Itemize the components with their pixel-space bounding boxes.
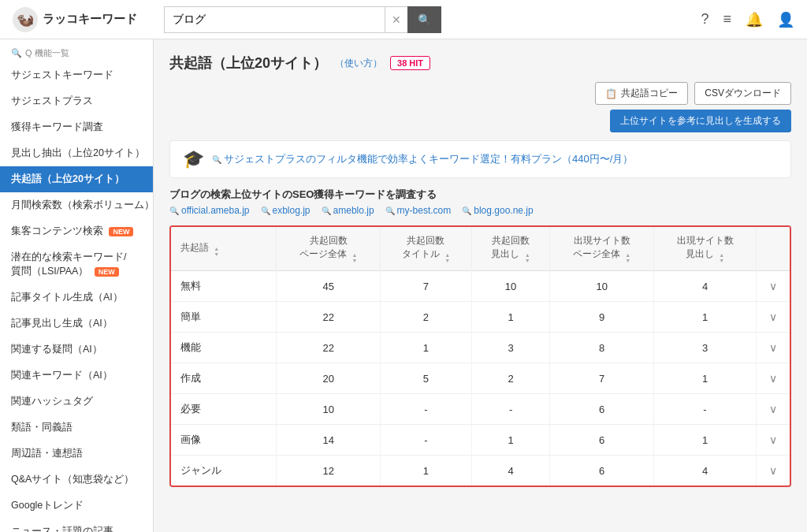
- table-row: 機能 22 1 3 8 3 ∨: [171, 333, 790, 363]
- badge-new-content: NEW: [109, 227, 133, 236]
- cell-page-count-2: 22: [277, 333, 381, 363]
- site-link-ameblo[interactable]: ameblo.jp: [322, 205, 374, 216]
- cell-title-count-2: 1: [381, 333, 472, 363]
- search-button[interactable]: 🔍: [407, 6, 441, 33]
- col-header-heading-count[interactable]: 共起回数見出し ▲▼: [471, 227, 550, 271]
- sidebar: 🔍 Q 機能一覧 サジェストキーワード サジェストプラス 獲得キーワード調査 見…: [0, 39, 154, 532]
- menu-icon[interactable]: ≡: [723, 11, 731, 28]
- usage-link[interactable]: （使い方）: [335, 57, 382, 70]
- col-header-title-count[interactable]: 共起回数タイトル ▲▼: [381, 227, 472, 271]
- section-desc: ブログの検索上位サイトのSEO獲得キーワードを調査する: [169, 188, 791, 202]
- user-icon[interactable]: 👤: [777, 11, 794, 28]
- sidebar-item-synonyms[interactable]: 類語・同義語: [0, 415, 153, 441]
- toolbar: 📋 共起語コピー CSVダウンロード: [169, 82, 791, 105]
- cell-expand-0[interactable]: ∨: [757, 271, 790, 302]
- content-area: 共起語（上位20サイト） （使い方） 38 HIT 📋 共起語コピー CSVダウ…: [154, 39, 807, 532]
- promo-banner: 🎓 サジェストプラスのフィルタ機能で効率よくキーワード選定！有料プラン（440円…: [169, 140, 791, 178]
- cell-title-count-1: 2: [381, 302, 472, 333]
- cell-site-page-2: 8: [550, 333, 654, 363]
- cooccurrence-table: 共起語 ▲▼ 共起回数ページ全体 ▲▼ 共起回数タイトル ▲▼ 共起回数見出: [171, 227, 790, 485]
- cell-expand-3[interactable]: ∨: [757, 363, 790, 394]
- cell-title-count-3: 5: [381, 363, 472, 394]
- col-header-page-count[interactable]: 共起回数ページ全体 ▲▼: [277, 227, 381, 271]
- logo-icon: 🦦: [13, 7, 38, 32]
- topbar: 🦦 ラッコキーワード ✕ 🔍 ? ≡ 🔔 👤: [0, 0, 807, 39]
- site-link-my-best[interactable]: my-best.com: [385, 205, 452, 216]
- sort-icon-site-heading: ▲▼: [719, 252, 724, 263]
- cell-expand-6[interactable]: ∨: [757, 456, 790, 486]
- cell-page-count-6: 12: [277, 456, 381, 486]
- cell-site-page-4: 6: [550, 394, 654, 425]
- table-row: ジャンル 12 1 4 6 4 ∨: [171, 456, 790, 486]
- hit-badge: 38 HIT: [390, 56, 430, 70]
- expand-button-3[interactable]: ∨: [766, 372, 780, 385]
- table-row: 画像 14 - 1 6 1 ∨: [171, 425, 790, 456]
- sidebar-item-related-questions-ai[interactable]: 関連する疑問（AI）: [0, 337, 153, 363]
- cell-page-count-3: 20: [277, 363, 381, 394]
- expand-button-2[interactable]: ∨: [766, 341, 780, 354]
- col-header-site-heading[interactable]: 出現サイト数見出し ▲▼: [654, 227, 757, 271]
- sidebar-item-article-title-ai[interactable]: 記事タイトル生成（AI）: [0, 285, 153, 311]
- search-input[interactable]: [164, 6, 385, 33]
- cell-expand-4[interactable]: ∨: [757, 394, 790, 425]
- col-header-keyword[interactable]: 共起語 ▲▼: [171, 227, 277, 271]
- help-icon[interactable]: ?: [701, 11, 708, 28]
- table-row: 簡単 22 2 1 9 1 ∨: [171, 302, 790, 333]
- sidebar-item-qa-sites[interactable]: Q&Aサイト（知恵袋など）: [0, 467, 153, 493]
- cell-site-heading-4: -: [654, 394, 757, 425]
- search-bar: ✕ 🔍: [164, 6, 479, 33]
- site-link-exblog[interactable]: exblog.jp: [261, 205, 311, 216]
- sidebar-item-cooccurrence[interactable]: 共起語（上位20サイト）: [0, 166, 153, 192]
- logo-text: ラッコキーワード: [43, 12, 137, 27]
- csv-download-button[interactable]: CSVダウンロード: [694, 82, 791, 105]
- cell-keyword-4: 必要: [171, 394, 277, 425]
- sort-icon-title-count: ▲▼: [444, 252, 450, 263]
- expand-button-6[interactable]: ∨: [766, 464, 780, 477]
- expand-button-0[interactable]: ∨: [766, 280, 780, 292]
- sidebar-item-related-keywords-ai[interactable]: 関連キーワード（AI）: [0, 363, 153, 389]
- cell-title-count-0: 7: [381, 271, 472, 302]
- table-row: 作成 20 5 2 7 1 ∨: [171, 363, 790, 394]
- cell-title-count-5: -: [381, 425, 472, 456]
- badge-new-lsi: NEW: [95, 267, 119, 277]
- sidebar-item-acquire-keyword[interactable]: 獲得キーワード調査: [0, 114, 153, 140]
- sidebar-item-news[interactable]: ニュース・話題の記事: [0, 519, 153, 532]
- promo-link[interactable]: サジェストプラスのフィルタ機能で効率よくキーワード選定！有料プラン（440円〜/…: [212, 152, 633, 166]
- cell-site-page-0: 10: [550, 271, 654, 302]
- cell-heading-count-6: 4: [471, 456, 550, 486]
- promo-icon: 🎓: [183, 149, 204, 169]
- expand-button-5[interactable]: ∨: [766, 433, 780, 446]
- sidebar-item-related-hashtags[interactable]: 関連ハッシュタグ: [0, 389, 153, 415]
- sort-icon-heading-count: ▲▼: [525, 252, 530, 263]
- cooccurrence-table-wrapper: 共起語 ▲▼ 共起回数ページ全体 ▲▼ 共起回数タイトル ▲▼ 共起回数見出: [169, 225, 791, 487]
- table-header-row: 共起語 ▲▼ 共起回数ページ全体 ▲▼ 共起回数タイトル ▲▼ 共起回数見出: [171, 227, 790, 271]
- sidebar-item-lsi-paa[interactable]: 潜在的な検索キーワード/質問（LSI/PAA） NEW: [0, 244, 153, 285]
- col-header-site-page[interactable]: 出現サイト数ページ全体 ▲▼: [550, 227, 654, 271]
- copy-icon: 📋: [605, 88, 617, 99]
- cell-page-count-4: 10: [277, 394, 381, 425]
- cell-expand-2[interactable]: ∨: [757, 333, 790, 363]
- generate-headings-button[interactable]: 上位サイトを参考に見出しを生成する: [610, 110, 791, 132]
- col-header-expand: [757, 227, 790, 271]
- topbar-icons: ? ≡ 🔔 👤: [701, 11, 794, 28]
- copy-button[interactable]: 📋 共起語コピー: [595, 82, 688, 105]
- sidebar-item-suggest-plus[interactable]: サジェストプラス: [0, 88, 153, 114]
- sidebar-item-surrounding-words[interactable]: 周辺語・連想語: [0, 441, 153, 467]
- sidebar-item-heading-extract[interactable]: 見出し抽出（上位20サイト）: [0, 140, 153, 166]
- search-clear-button[interactable]: ✕: [385, 6, 407, 33]
- cell-expand-1[interactable]: ∨: [757, 302, 790, 333]
- sort-icon-page-count: ▲▼: [352, 252, 358, 263]
- logo: 🦦 ラッコキーワード: [13, 7, 154, 32]
- expand-button-1[interactable]: ∨: [766, 311, 780, 323]
- sidebar-item-suggest-keyword[interactable]: サジェストキーワード: [0, 62, 153, 88]
- cell-heading-count-3: 2: [471, 363, 550, 394]
- notification-icon[interactable]: 🔔: [746, 11, 763, 28]
- site-link-ameba-official[interactable]: official.ameba.jp: [169, 205, 250, 216]
- sidebar-item-monthly-search[interactable]: 月間検索数（検索ボリューム）: [0, 192, 153, 218]
- sidebar-item-content-search[interactable]: 集客コンテンツ検索 NEW: [0, 218, 153, 244]
- cell-expand-5[interactable]: ∨: [757, 425, 790, 456]
- expand-button-4[interactable]: ∨: [766, 403, 780, 415]
- sidebar-item-article-heading-ai[interactable]: 記事見出し生成（AI）: [0, 311, 153, 337]
- sidebar-item-google-trends[interactable]: Googleトレンド: [0, 493, 153, 519]
- site-link-blog-goo[interactable]: blog.goo.ne.jp: [462, 205, 533, 216]
